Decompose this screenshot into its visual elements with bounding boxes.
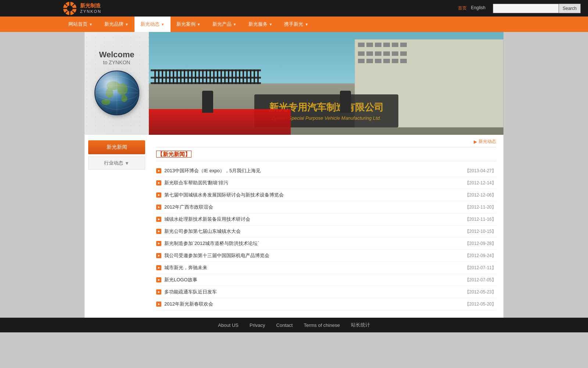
nav-item-products[interactable]: 新光产品 ▼: [207, 17, 243, 32]
news-link-11[interactable]: 2012年新光新春联欢会: [164, 301, 213, 307]
footer: About US Privacy Contact Terms of chines…: [0, 318, 588, 332]
breadcrumb-arrow: ▶: [474, 139, 477, 144]
news-date-10: 【2012-05-23】: [465, 289, 496, 295]
nav-label-brand: 新光品牌: [104, 21, 123, 28]
news-item[interactable]: 新光联合车帮助居民'翻墙'排污 【2012-12-14】: [156, 177, 496, 189]
nav-item-news[interactable]: 新光动态 ▼: [135, 17, 171, 32]
footer-link-terms[interactable]: Terms of chinese: [304, 322, 340, 328]
welcome-text: Welcome to ZYNKON: [99, 50, 134, 65]
news-link-10[interactable]: 多功能疏通车队近日发车: [164, 289, 217, 295]
nav-item-brand[interactable]: 新光品牌 ▼: [98, 17, 135, 32]
news-bullet-8: [156, 265, 161, 270]
news-bullet-5: [156, 229, 161, 234]
nav-label-home: 网站首页: [68, 21, 87, 28]
svg-point-1: [67, 6, 73, 11]
lang-english-link[interactable]: English: [471, 5, 485, 11]
nav-arrow-partner: ▼: [305, 22, 308, 26]
nav-item-partner[interactable]: 携手新光 ▼: [278, 17, 314, 32]
svg-rect-39: [206, 69, 207, 84]
news-section-title: 【新光新闻】: [156, 151, 496, 161]
news-date-6: 【2012-09-28】: [465, 241, 496, 247]
footer-link-stats[interactable]: 站长统计: [351, 322, 370, 328]
svg-rect-40: [209, 69, 211, 84]
news-item[interactable]: 新光公司参加第七届山东城镇水大会 【2012-10-15】: [156, 226, 496, 238]
news-link-1[interactable]: 新光联合车帮助居民'翻墙'排污: [164, 180, 228, 186]
news-item[interactable]: 第七届中国城镇水务发展国际研讨会与新技术设备博览会 【2012-12-06】: [156, 189, 496, 201]
nav-label-cases: 新光案例: [176, 21, 196, 28]
news-link-5[interactable]: 新光公司参加第七届山东城镇水大会: [164, 228, 241, 235]
news-link-2[interactable]: 第七届中国城镇水务发展国际研讨会与新技术设备博览会: [164, 192, 284, 198]
search-button[interactable]: Search: [559, 4, 581, 13]
news-item[interactable]: 2012年广西市政联谊会 【2012-11-20】: [156, 201, 496, 213]
svg-rect-25: [154, 69, 156, 84]
footer-link-about[interactable]: About US: [218, 322, 239, 328]
svg-rect-34: [187, 69, 189, 84]
news-item-left: 新光制造参加`2012城市道桥与防洪技术论坛`: [156, 240, 259, 247]
top-bar: 新光制造 ZYNKON 首页 English Search: [0, 0, 588, 17]
nav-bar: 网站首页 ▼ 新光品牌 ▼ 新光动态 ▼ 新光案例 ▼ 新光产品 ▼ 新光服务 …: [0, 17, 588, 32]
nav-label-partner: 携手新光: [284, 21, 303, 28]
news-item-left: 第七届中国城镇水务发展国际研讨会与新技术设备博览会: [156, 192, 284, 198]
news-bullet-0: [156, 168, 161, 173]
globe-image: [93, 69, 141, 117]
hero-section: Welcome to ZYNKON: [85, 32, 503, 135]
footer-link-privacy[interactable]: Privacy: [250, 322, 265, 328]
figure-right: [340, 91, 351, 113]
news-bullet-1: [156, 180, 161, 185]
news-item-left: 新光LOGO故事: [156, 277, 197, 283]
news-item[interactable]: 新光制造参加`2012城市道桥与防洪技术论坛` 【2012-09-28】: [156, 238, 496, 250]
news-item[interactable]: 城市新光，奔驰未来 【2012-07-11】: [156, 262, 496, 274]
news-date-3: 【2012-11-20】: [465, 204, 496, 210]
footer-link-contact[interactable]: Contact: [276, 322, 293, 328]
news-bullet-9: [156, 277, 161, 282]
news-section: ▶ 新光动态 【新光新闻】 2013中国环博会（IE expo），5月我们上海见…: [149, 135, 503, 318]
news-item[interactable]: 我公司受邀参加第十三届中国国际机电产品博览会 【2012-09-24】: [156, 250, 496, 262]
fence-svg: [151, 69, 261, 84]
svg-rect-30: [173, 69, 174, 84]
svg-rect-36: [195, 69, 196, 84]
logo-icon: [62, 1, 77, 16]
lang-chinese-link[interactable]: 首页: [458, 5, 467, 11]
breadcrumb-text: 新光动态: [478, 138, 496, 145]
news-link-8[interactable]: 城市新光，奔驰未来: [164, 264, 207, 271]
news-bullet-7: [156, 253, 161, 258]
news-bullet-4: [156, 217, 161, 222]
news-item[interactable]: 城镇水处理新技术新装备应用技术研讨会 【2012-11-16】: [156, 213, 496, 226]
nav-item-home[interactable]: 网站首页 ▼: [62, 17, 98, 32]
news-link-6[interactable]: 新光制造参加`2012城市道桥与防洪技术论坛`: [164, 240, 259, 247]
news-bullet-6: [156, 241, 161, 246]
figure-left: [202, 91, 213, 113]
welcome-big: Welcome: [99, 50, 134, 59]
red-banner: [149, 109, 291, 135]
news-date-9: 【2012-07-05】: [465, 277, 496, 283]
svg-rect-48: [239, 69, 240, 84]
news-link-9[interactable]: 新光LOGO故事: [164, 277, 197, 283]
nav-arrow-news: ▼: [161, 22, 165, 26]
hero-image: 新光专用汽车制造有限公司 Zynkon Special Purpose Vehi…: [149, 32, 503, 135]
news-link-4[interactable]: 城镇水处理新技术新装备应用技术研讨会: [164, 216, 250, 223]
sidebar-industry-button[interactable]: 行业动态 ▼: [88, 156, 145, 170]
svg-rect-31: [176, 69, 178, 84]
svg-rect-44: [224, 69, 226, 84]
news-item[interactable]: 2012年新光新春联欢会 【2012-05-20】: [156, 298, 496, 310]
news-link-0[interactable]: 2013中国环博会（IE expo），5月我们上海见: [164, 167, 261, 174]
nav-item-services[interactable]: 新光服务 ▼: [243, 17, 279, 32]
news-date-7: 【2012-09-24】: [465, 253, 496, 259]
search-input[interactable]: [493, 4, 559, 13]
news-item[interactable]: 新光LOGO故事 【2012-07-05】: [156, 274, 496, 286]
news-link-7[interactable]: 我公司受邀参加第十三届中国国际机电产品博览会: [164, 252, 269, 259]
search-area: Search: [493, 4, 581, 13]
svg-rect-32: [180, 69, 182, 84]
news-item[interactable]: 多功能疏通车队近日发车 【2012-05-23】: [156, 286, 496, 298]
content-area: 新光新闻 行业动态 ▼ ▶ 新光动态 【新光新闻】 2013中国环博会（IE e…: [85, 135, 503, 318]
svg-rect-29: [169, 69, 171, 84]
svg-rect-41: [213, 69, 215, 84]
svg-rect-43: [220, 69, 222, 84]
sidebar-news-button[interactable]: 新光新闻: [88, 140, 145, 154]
news-item-left: 2012年广西市政联谊会: [156, 204, 213, 210]
news-date-8: 【2012-07-11】: [465, 265, 496, 271]
news-item-left: 新光公司参加第七届山东城镇水大会: [156, 228, 241, 235]
news-link-3[interactable]: 2012年广西市政联谊会: [164, 204, 213, 210]
nav-item-cases[interactable]: 新光案例 ▼: [171, 17, 207, 32]
news-item[interactable]: 2013中国环博会（IE expo），5月我们上海见 【2013-04-27】: [156, 165, 496, 177]
